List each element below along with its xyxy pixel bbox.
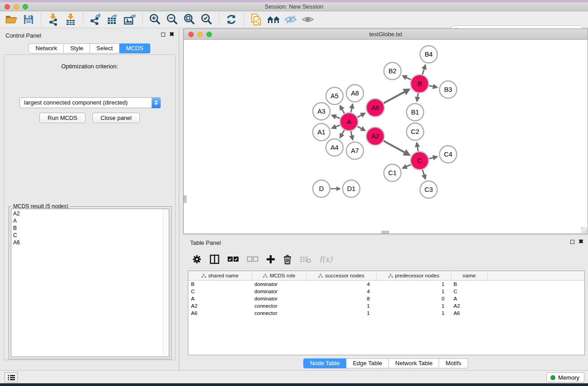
add-column-button[interactable]: [266, 255, 275, 264]
tab-network[interactable]: Network: [29, 43, 64, 53]
close-panel-button[interactable]: Close panel: [92, 113, 140, 123]
graph-edge-A6-B[interactable]: [383, 89, 409, 103]
delete-column-button[interactable]: [283, 254, 292, 264]
refresh-layout-button[interactable]: [224, 12, 239, 27]
network-minimize-button[interactable]: [197, 32, 203, 37]
graph-node-C1[interactable]: C1: [384, 164, 401, 181]
graph-edge-B-B1[interactable]: [417, 93, 418, 101]
hide-graphics-details-button[interactable]: [283, 12, 298, 27]
graph-edge-C-C2[interactable]: [417, 143, 418, 152]
graph-node-D1[interactable]: D1: [343, 180, 360, 197]
graph-edge-B-B4[interactable]: [422, 65, 425, 75]
tab-node-table[interactable]: Node Table: [303, 358, 347, 368]
float-table-panel-icon[interactable]: [570, 240, 574, 244]
show-graphics-details-button[interactable]: [300, 12, 316, 27]
column-header-mcds-role[interactable]: MCDS role: [252, 271, 306, 280]
tab-motifs[interactable]: Motifs: [439, 358, 468, 368]
memory-button[interactable]: Memory: [546, 372, 584, 382]
optimization-criterion-select[interactable]: largest connected component (directed): [19, 97, 161, 108]
run-mcds-button[interactable]: Run MCDS: [39, 113, 86, 123]
graph-edge-A-A8[interactable]: [351, 104, 353, 112]
tab-mcds[interactable]: MCDS: [120, 43, 150, 53]
import-network-button[interactable]: [46, 12, 61, 27]
graph-node-D[interactable]: D: [313, 180, 330, 197]
graph-edge-A-A2[interactable]: [357, 126, 365, 130]
mcds-result-list[interactable]: A2ABCA6: [11, 209, 169, 357]
graph-node-A[interactable]: A: [340, 113, 358, 131]
delete-table-button[interactable]: [300, 255, 311, 263]
export-image-button[interactable]: [122, 12, 138, 27]
table-row[interactable]: Adominator80A: [188, 295, 584, 302]
graph-edge-C-C1[interactable]: [403, 165, 411, 168]
resize-grip[interactable]: [581, 227, 587, 233]
export-network-button[interactable]: [88, 12, 103, 27]
minimize-window-button[interactable]: [14, 4, 19, 10]
graph-edge-A-A6[interactable]: [358, 113, 365, 117]
copy-network-button[interactable]: [249, 12, 264, 27]
graph-node-B3[interactable]: B3: [440, 81, 457, 98]
graph-node-B2[interactable]: B2: [384, 62, 401, 80]
graph-node-A3[interactable]: A3: [313, 103, 330, 120]
graph-edge-B-B2[interactable]: [403, 76, 411, 80]
open-session-button[interactable]: [4, 12, 19, 27]
export-table-button[interactable]: [105, 12, 120, 27]
graph-edge-C-C3[interactable]: [422, 170, 425, 179]
table-row[interactable]: A2connector11A2: [188, 302, 584, 310]
task-history-button[interactable]: [5, 372, 18, 382]
close-panel-icon[interactable]: ✖: [169, 32, 174, 37]
import-table-button[interactable]: [63, 12, 78, 27]
column-header-name[interactable]: name: [451, 271, 487, 280]
graph-node-C3[interactable]: C3: [420, 181, 437, 198]
graph-node-A1[interactable]: A1: [313, 124, 330, 141]
column-layout-button[interactable]: [210, 254, 220, 264]
deselect-all-button[interactable]: [247, 256, 258, 262]
graph-edge-A-A3[interactable]: [332, 115, 340, 119]
tab-select[interactable]: Select: [90, 43, 120, 53]
graph-node-A4[interactable]: A4: [326, 139, 343, 156]
zoom-fit-button[interactable]: [182, 12, 197, 27]
table-row[interactable]: A6connector11A6: [188, 310, 584, 317]
graph-node-C2[interactable]: C2: [406, 123, 424, 140]
graph-edge-C-C4[interactable]: [429, 157, 437, 158]
graph-node-B[interactable]: B: [411, 75, 429, 93]
graph-node-C[interactable]: C: [411, 152, 429, 170]
table-row[interactable]: Cdominator41C: [188, 288, 584, 295]
zoom-window-button[interactable]: [23, 4, 28, 10]
tab-style[interactable]: Style: [64, 43, 90, 53]
column-header-predecessor-nodes[interactable]: predecessor nodes: [376, 271, 451, 280]
graph-edge-B-B3[interactable]: [429, 86, 437, 87]
network-canvas[interactable]: B4B2BB3B1A5A8A3A6AA1A4A7A2C2CC4C1C3DD1: [184, 40, 588, 234]
tab-edge-table[interactable]: Edge Table: [346, 358, 389, 368]
graph-edge-A-A7[interactable]: [351, 131, 353, 140]
graph-edge-A-A4[interactable]: [340, 130, 344, 138]
column-header-successor-nodes[interactable]: successor nodes: [306, 271, 376, 280]
graph-node-A8[interactable]: A8: [346, 85, 363, 102]
horizontal-scroll-indicator[interactable]: [184, 195, 186, 203]
graph-edge-A-A1[interactable]: [332, 125, 340, 128]
graph-edge-A-A5[interactable]: [340, 106, 344, 114]
table-settings-button[interactable]: [192, 254, 202, 264]
graph-node-B4[interactable]: B4: [420, 46, 437, 63]
save-session-button[interactable]: [21, 12, 36, 27]
close-table-panel-icon[interactable]: ✖: [578, 239, 583, 244]
column-header-shared-name[interactable]: shared name: [188, 271, 252, 280]
close-window-button[interactable]: [5, 4, 10, 10]
function-builder-button[interactable]: f(x): [319, 255, 332, 264]
select-all-button[interactable]: [227, 256, 239, 262]
graph-node-A2[interactable]: A2: [366, 127, 384, 145]
result-list-scrollbar[interactable]: [163, 209, 169, 357]
vertical-scroll-indicator[interactable]: [382, 231, 389, 234]
table-row[interactable]: Bdominator41B: [188, 281, 584, 288]
home-view-button[interactable]: [266, 12, 281, 27]
float-panel-icon[interactable]: [161, 33, 165, 37]
graph-node-A7[interactable]: A7: [346, 142, 363, 159]
network-close-button[interactable]: [188, 32, 194, 37]
graph-node-C4[interactable]: C4: [440, 146, 457, 163]
graph-node-A6[interactable]: A6: [366, 99, 384, 117]
network-window-titlebar[interactable]: testGlobe.txt: [184, 29, 588, 40]
tab-network-table[interactable]: Network Table: [389, 358, 439, 368]
zoom-out-button[interactable]: [164, 12, 180, 27]
zoom-in-button[interactable]: [147, 12, 163, 27]
graph-edge-A2-C[interactable]: [383, 141, 409, 155]
network-zoom-button[interactable]: [206, 32, 212, 37]
